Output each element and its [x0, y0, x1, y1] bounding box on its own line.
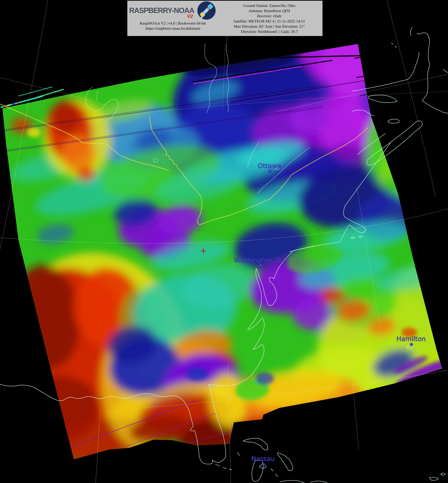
satellite-capture-page: Ottawa Washington, D.C. Hamilton Nassau … [0, 0, 448, 483]
ground-station-line: Ground Station: Zanesville, Ohio [217, 3, 321, 8]
city-dot-hamilton [410, 343, 413, 346]
header-left-column: RASPBERRY-NOAA V2 [128, 2, 217, 34]
city-label-ottawa: Ottawa [258, 162, 281, 170]
logo-title: RASPBERRY-NOAA [129, 6, 194, 15]
receiver-line: Receiver: rtlsdr [217, 13, 321, 19]
satellite-map: Ottawa Washington, D.C. Hamilton Nassau [0, 0, 448, 483]
city-label-hamilton: Hamilton [396, 335, 426, 343]
city-dot-ottawa [269, 170, 271, 172]
app-version-line: RaspiNOAA V2 | v4.0 | Bookworm 64-bit [140, 21, 206, 26]
city-dot-washington [259, 264, 262, 267]
raspberry-noaa-logo: RASPBERRY-NOAA V2 [128, 2, 217, 21]
logo-version-badge: V2 [187, 13, 193, 19]
satellite-pass-line: Satellite: METEOR-M2 4 | 21-11-2025 14:5… [217, 19, 321, 24]
satellite-logo-icon [197, 1, 216, 20]
capture-info-header: RASPBERRY-NOAA V2 [127, 1, 322, 36]
city-label-washington: Washington, D.C. [234, 256, 290, 264]
header-right-column: Ground Station: Zanesville, Ohio Antenna… [217, 2, 321, 34]
city-label-nassau: Nassau [251, 455, 275, 462]
elevation-line: Max Elevation: 82° East | Sun Elevation:… [217, 24, 321, 29]
direction-gain-line: Direction: Northbound | | Gain: 29.7 [217, 29, 321, 34]
antenna-line: Antenna: Homebrew QFH [217, 8, 321, 13]
app-url-line: https://raspberry-noaa.localdomain [145, 26, 200, 31]
city-dot-nassau [262, 463, 264, 465]
